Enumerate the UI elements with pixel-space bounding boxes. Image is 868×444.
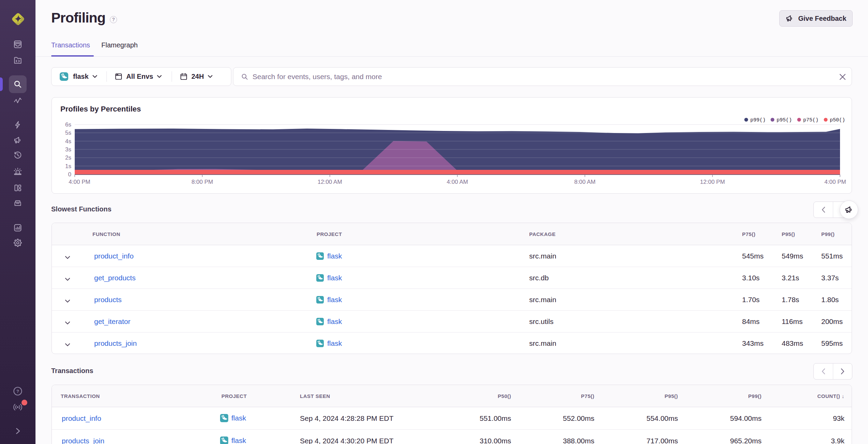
svg-text:4:00 PM: 4:00 PM bbox=[824, 179, 846, 185]
svg-text:?: ? bbox=[16, 389, 19, 394]
svg-text:8:00 PM: 8:00 PM bbox=[191, 179, 213, 185]
svg-text:12:00 AM: 12:00 AM bbox=[318, 179, 342, 185]
svg-text:p99(): p99() bbox=[750, 117, 766, 123]
svg-text:6s: 6s bbox=[65, 121, 71, 128]
svg-text:12:00 PM: 12:00 PM bbox=[700, 179, 725, 185]
svg-text:1s: 1s bbox=[65, 163, 71, 169]
svg-text:0: 0 bbox=[68, 171, 71, 178]
svg-text:4:00 AM: 4:00 AM bbox=[447, 179, 468, 185]
svg-text:p95(): p95() bbox=[777, 117, 792, 123]
svg-text:4:00 PM: 4:00 PM bbox=[69, 179, 90, 185]
svg-text:5s: 5s bbox=[65, 130, 71, 136]
svg-text:8:00 AM: 8:00 AM bbox=[574, 179, 595, 185]
svg-text:p75(): p75() bbox=[803, 117, 819, 123]
svg-text:4s: 4s bbox=[65, 138, 71, 145]
svg-text:2s: 2s bbox=[65, 154, 71, 161]
svg-text:3s: 3s bbox=[65, 146, 71, 153]
svg-text:p50(): p50() bbox=[830, 117, 845, 123]
